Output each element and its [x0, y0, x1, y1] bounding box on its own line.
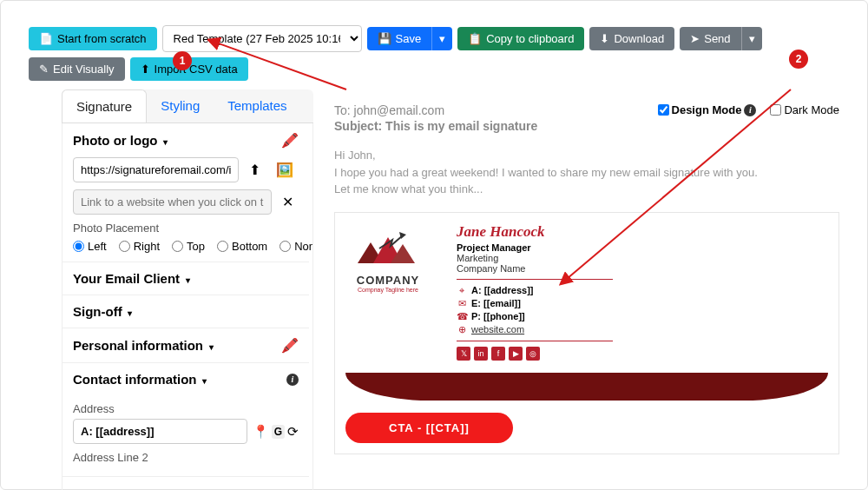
address-input[interactable]: [73, 419, 247, 444]
signature-preview: COMPANY Compnay Tagline here Jane Hancoc…: [334, 212, 839, 454]
globe-icon: ⊕: [457, 324, 467, 335]
image-icon[interactable]: 🖼️: [271, 158, 299, 182]
save-dropdown-button[interactable]: ▾: [431, 27, 452, 50]
linkedin-icon[interactable]: in: [474, 347, 488, 361]
chevron-down-icon: ▾: [161, 137, 168, 147]
pin-icon: ⌖: [457, 285, 467, 296]
chevron-down-icon: ▾: [126, 308, 133, 318]
photo-link-input[interactable]: [73, 189, 272, 215]
info-icon[interactable]: i: [286, 374, 299, 386]
save-label: Save: [396, 32, 422, 45]
preview-subject: Subject: This is my email signature: [334, 119, 537, 133]
send-icon: ➤: [690, 32, 700, 45]
edit-icon: ✎: [39, 63, 49, 76]
chevron-down-icon: ▾: [207, 342, 214, 352]
section-signoff[interactable]: Sign-off ▾: [73, 304, 299, 319]
tabs-bar: Signature Styling Templates: [62, 89, 313, 123]
download-label: Download: [614, 32, 664, 45]
chevron-down-icon: ▾: [201, 376, 207, 386]
tab-signature[interactable]: Signature: [62, 89, 147, 122]
copy-label: Copy to clipboard: [486, 32, 574, 45]
template-select[interactable]: Red Template (27 Feb 2025 10:16 AM): [162, 25, 362, 52]
send-button[interactable]: ➤ Send: [680, 27, 740, 50]
sig-website[interactable]: website.com: [471, 324, 524, 334]
email-icon: ✉: [457, 298, 467, 309]
social-icons: 𝕏 in f ▶ ◎: [457, 347, 613, 361]
address2-label: Address Line 2: [73, 451, 299, 464]
save-button[interactable]: 💾 Save: [367, 27, 432, 50]
sig-phone: P: [[phone]]: [471, 311, 525, 321]
info-icon[interactable]: i: [744, 104, 756, 116]
import-label: Import CSV data: [155, 63, 238, 76]
send-label: Send: [704, 32, 730, 45]
clipboard-icon: 📋: [468, 32, 482, 45]
cta-button[interactable]: CTA - [[CTA]]: [345, 413, 513, 443]
settings-scroll[interactable]: Photo or logo ▾ 🖍️ ⬆ 🖼️ ✕ Ph: [62, 123, 313, 490]
left-panel: Signature Styling Templates Photo or log…: [62, 89, 313, 490]
section-photo-title: Photo or logo: [73, 133, 157, 148]
photo-url-input[interactable]: [73, 157, 239, 182]
sig-name: Jane Hancock: [457, 223, 613, 241]
placement-right[interactable]: Right: [119, 240, 160, 253]
chevron-down-icon: ▾: [183, 275, 190, 285]
section-contact-info[interactable]: Contact information ▾i: [73, 372, 299, 387]
placement-none[interactable]: None: [279, 240, 313, 253]
placement-label: Photo Placement: [73, 222, 299, 235]
phone-icon: ☎: [457, 311, 467, 322]
highlighter-icon[interactable]: 🖍️: [281, 337, 299, 354]
edit-label: Edit Visually: [53, 63, 115, 76]
placement-top[interactable]: Top: [172, 240, 205, 253]
instagram-icon[interactable]: ◎: [526, 347, 540, 361]
preview-body: Hi John, I hope you had a great weekend!…: [334, 147, 839, 198]
signature-banner: [345, 373, 828, 401]
copy-button[interactable]: 📋 Copy to clipboard: [457, 27, 584, 50]
x-icon[interactable]: 𝕏: [457, 347, 470, 361]
grammarly-icon[interactable]: G: [272, 425, 285, 439]
start-label: Start from scratch: [57, 32, 147, 45]
placement-radios: Left Right Top Bottom None: [73, 240, 299, 253]
refresh-icon[interactable]: ⟳: [287, 424, 299, 440]
upload-image-icon[interactable]: ⬆: [244, 158, 266, 182]
sig-title: Project Manager: [457, 242, 613, 253]
placement-bottom[interactable]: Bottom: [217, 240, 267, 253]
sig-email: E: [[email]]: [471, 298, 521, 308]
close-icon[interactable]: ✕: [277, 190, 299, 214]
dark-mode-toggle[interactable]: Dark Mode: [770, 103, 839, 116]
signature-logo: COMPANY Compnay Tagline here: [345, 223, 431, 296]
edit-visually-button[interactable]: ✎ Edit Visually: [29, 57, 125, 81]
save-icon: 💾: [378, 32, 391, 45]
annotation-marker-1: 1: [173, 51, 192, 70]
toolbar: 📄 Start from scratch Red Template (27 Fe…: [1, 1, 867, 89]
design-mode-toggle[interactable]: Design Mode i: [658, 103, 757, 116]
section-photo-header[interactable]: Photo or logo ▾ 🖍️: [73, 132, 299, 149]
send-dropdown-button[interactable]: ▾: [741, 27, 762, 50]
upload-icon: ⬆: [141, 63, 150, 76]
youtube-icon[interactable]: ▶: [509, 347, 523, 361]
map-pin-icon[interactable]: 📍: [253, 424, 269, 440]
download-button[interactable]: ⬇ Download: [589, 27, 674, 50]
start-from-scratch-button[interactable]: 📄 Start from scratch: [29, 27, 157, 50]
download-icon: ⬇: [600, 32, 609, 45]
tab-styling[interactable]: Styling: [147, 89, 214, 122]
section-email-client[interactable]: Your Email Client ▾: [73, 271, 299, 286]
annotation-marker-2: 2: [789, 50, 808, 69]
preview-to: To: john@email.com: [334, 103, 537, 117]
tab-templates[interactable]: Templates: [214, 89, 300, 122]
highlighter-icon[interactable]: 🖍️: [281, 132, 299, 149]
sig-company: Company Name: [457, 263, 613, 274]
logo-company-text: COMPANY: [349, 274, 427, 287]
preview-panel: To: john@email.com Subject: This is my e…: [334, 89, 839, 490]
placement-left[interactable]: Left: [73, 240, 107, 253]
file-icon: 📄: [39, 32, 53, 45]
sig-address: A: [[address]]: [471, 285, 534, 295]
mountain-logo-icon: [349, 227, 427, 270]
address-label: Address: [73, 402, 299, 415]
logo-tagline: Compnay Tagline here: [349, 287, 427, 293]
sig-dept: Marketing: [457, 253, 613, 263]
facebook-icon[interactable]: f: [491, 347, 505, 361]
section-personal-info[interactable]: Personal information ▾🖍️: [73, 337, 299, 354]
